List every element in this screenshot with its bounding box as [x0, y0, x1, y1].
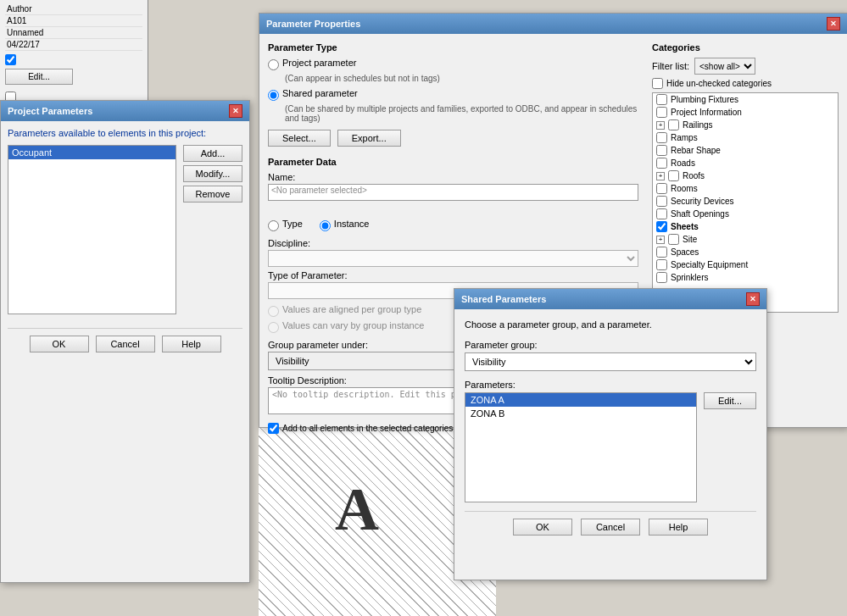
type-radio-label: Type	[282, 219, 303, 229]
discipline-label: Discipline:	[268, 238, 638, 248]
cat-project-info: Project Information	[653, 106, 838, 119]
modify-button[interactable]: Modify...	[183, 165, 242, 182]
prop-date: 04/22/17	[5, 39, 142, 51]
param-item-occupant[interactable]: Occupant	[8, 146, 176, 159]
export-button[interactable]: Export...	[337, 130, 401, 147]
cat-plumbing: Plumbing Fixtures	[653, 93, 838, 106]
sp-params-section: Parameters: ZONA A ZONA B Edit...	[465, 380, 756, 502]
sp-params-label: Parameters:	[465, 380, 756, 390]
project-params-subtitle: Parameters available to elements in this…	[8, 128, 242, 138]
cat-specialty: Specialty Equipment	[653, 258, 838, 271]
sp-help-button[interactable]: Help	[649, 519, 708, 536]
name-input[interactable]	[268, 184, 638, 201]
name-label: Name:	[268, 172, 638, 182]
instance-radio-label: Instance	[334, 219, 370, 229]
cat-rebar: Rebar Shape	[653, 144, 838, 157]
pp-cancel-button[interactable]: Cancel	[96, 336, 155, 352]
cat-site: + Site	[653, 233, 838, 246]
sp-group-label: Parameter group:	[465, 340, 756, 350]
prop-author-label: Author	[5, 3, 142, 15]
railings-expand[interactable]: +	[656, 121, 665, 130]
shared-param-label: Shared parameter	[282, 88, 358, 98]
values-vary-label: Values can vary by group instance	[282, 320, 424, 330]
type-radio[interactable]	[268, 220, 279, 231]
sp-cancel-button[interactable]: Cancel	[581, 519, 640, 536]
project-param-radio[interactable]	[268, 59, 279, 70]
sp-edit-button[interactable]: Edit...	[704, 392, 756, 409]
param-props-titlebar: Parameter Properties ✕	[259, 14, 847, 34]
shared-param-radio[interactable]	[268, 90, 279, 101]
shared-param-note: (Can be shared by multiple projects and …	[285, 104, 638, 123]
values-vary-radio[interactable]	[268, 322, 279, 333]
discipline-row: Discipline:	[268, 238, 638, 267]
shared-params-titlebar: Shared Parameters ✕	[454, 289, 766, 309]
site-expand[interactable]: +	[656, 236, 665, 244]
param-props-close[interactable]: ✕	[827, 17, 840, 31]
project-param-label: Project parameter	[282, 58, 356, 68]
cat-spaces: Spaces	[653, 246, 838, 258]
filter-list-label: Filter list:	[652, 61, 689, 71]
edit-button[interactable]: Edit...	[5, 69, 73, 85]
cat-ramps: Ramps	[653, 131, 838, 144]
add-button[interactable]: Add...	[183, 145, 242, 162]
prop-unnamed: Unnamed	[5, 27, 142, 39]
pp-help-button[interactable]: Help	[162, 336, 221, 352]
pp-ok-button[interactable]: OK	[30, 336, 89, 352]
categories-header: Categories	[652, 42, 839, 53]
canvas-letter: A	[335, 474, 379, 545]
filter-list-select[interactable]: <show all>	[694, 58, 755, 75]
sp-params-list: ZONA A ZONA B	[465, 392, 697, 502]
type-instance-radios: Type Instance	[268, 215, 638, 235]
project-params-titlebar: Project Parameters ✕	[1, 101, 249, 121]
select-export-buttons: Select... Export...	[268, 130, 638, 147]
sp-params-row: ZONA A ZONA B Edit...	[465, 392, 756, 502]
cat-shaft: Shaft Openings	[653, 208, 838, 220]
shared-params-content: Choose a parameter group, and a paramete…	[454, 309, 766, 546]
values-aligned-label: Values are aligned per group type	[282, 304, 421, 314]
sp-footer: OK Cancel Help	[465, 511, 756, 536]
instance-radio-option: Instance	[320, 219, 370, 231]
sp-ok-button[interactable]: OK	[513, 519, 572, 536]
sp-param-zona-a[interactable]: ZONA A	[465, 393, 696, 407]
project-params-window: Project Parameters ✕ Parameters availabl…	[0, 100, 250, 583]
cat-security: Security Devices	[653, 195, 838, 208]
sp-param-zona-b[interactable]: ZONA B	[465, 407, 696, 420]
project-params-footer: OK Cancel Help	[8, 328, 242, 352]
add-to-elements-label: Add to all elements in the selected cate…	[282, 424, 453, 433]
param-data-header: Parameter Data	[268, 157, 638, 167]
values-aligned-radio[interactable]	[268, 306, 279, 317]
sp-instruction: Choose a parameter group, and a paramete…	[465, 319, 756, 330]
prop-a101: A101	[5, 15, 142, 27]
project-params-list: Occupant	[8, 145, 176, 314]
type-radio-option: Type	[268, 219, 303, 231]
project-params-title: Project Parameters	[8, 106, 92, 116]
cat-roads: Roads	[653, 157, 838, 169]
project-param-option: Project parameter	[268, 58, 638, 70]
cat-rooms: Rooms	[653, 182, 838, 195]
hide-unchecked-checkbox[interactable]	[652, 78, 663, 89]
shared-params-title: Shared Parameters	[461, 294, 546, 304]
cat-sprinklers: Sprinklers	[653, 271, 838, 284]
add-to-elements-checkbox[interactable]	[268, 423, 279, 434]
type-of-param-label: Type of Parameter:	[268, 270, 638, 280]
select-button[interactable]: Select...	[268, 130, 331, 147]
cat-sheets: Sheets	[653, 220, 838, 233]
roofs-expand[interactable]: +	[656, 172, 665, 180]
shared-param-option: Shared parameter	[268, 88, 638, 101]
shared-params-window: Shared Parameters ✕ Choose a parameter g…	[454, 288, 767, 580]
shared-params-close[interactable]: ✕	[746, 292, 760, 306]
project-params-close[interactable]: ✕	[229, 104, 242, 118]
category-list: Plumbing Fixtures Project Information + …	[652, 92, 839, 313]
sp-group-select[interactable]: Visibility	[465, 352, 756, 371]
hide-unchecked-label: Hide un-checked categories	[666, 79, 772, 88]
param-type-header: Parameter Type	[268, 42, 638, 53]
instance-radio[interactable]	[320, 220, 331, 231]
param-props-title: Parameter Properties	[266, 19, 360, 29]
cat-roofs: + Roofs	[653, 169, 838, 182]
param-action-buttons: Add... Modify... Remove	[183, 145, 242, 203]
discipline-select[interactable]	[268, 250, 638, 267]
categories-filter: Filter list: <show all>	[652, 58, 839, 75]
remove-button[interactable]: Remove	[183, 186, 242, 203]
cat-railings: + Railings	[653, 119, 838, 131]
prop-checkbox[interactable]	[5, 54, 16, 65]
